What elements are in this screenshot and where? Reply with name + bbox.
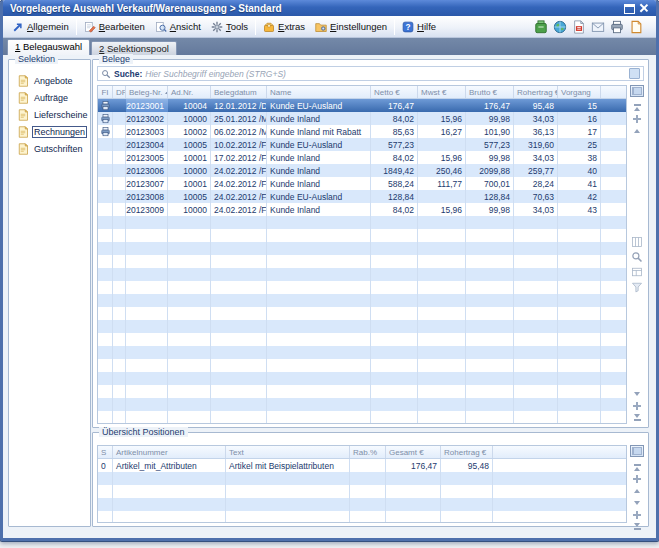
cell-rohertrag[interactable]: 36,13	[514, 125, 558, 138]
nav-last-button[interactable]	[634, 521, 641, 533]
cell-ad-nr[interactable]: 10004	[168, 99, 211, 112]
printer-icon[interactable]	[609, 19, 625, 34]
cell-rohertrag[interactable]: 28,24	[514, 177, 558, 190]
column-header-vorgang[interactable]: Vorgang	[558, 86, 601, 98]
cell-rohertrag[interactable]: 34,03	[514, 112, 558, 125]
table-row[interactable]: 20123007 10001 24.02.2012 /Fr Kunde Inla…	[98, 177, 626, 190]
card-view-icon[interactable]	[631, 264, 643, 276]
column-header-rohertrag[interactable]: Rohertrag €	[441, 446, 493, 458]
cell-ad-nr[interactable]: 10002	[168, 125, 211, 138]
cell-belegdatum[interactable]: 12.01.2012 /Do	[211, 99, 267, 112]
cell-rab[interactable]	[350, 459, 386, 472]
restore-window-button[interactable]	[624, 4, 635, 14]
cell-vorgang[interactable]: 38	[558, 151, 601, 164]
cell-text[interactable]: Artikel mit Beispielattributen	[226, 459, 350, 472]
cell-belegdatum[interactable]: 24.02.2012 /Fr	[211, 164, 267, 177]
pdf-export-icon[interactable]	[571, 19, 587, 34]
cell-belegdatum[interactable]: 17.02.2012 /Fr	[211, 151, 267, 164]
close-window-button[interactable]	[637, 2, 651, 14]
email-icon[interactable]	[590, 19, 606, 34]
cell-rohertrag[interactable]: 70,63	[514, 190, 558, 203]
cell-vorgang[interactable]: 42	[558, 190, 601, 203]
cell-belegdatum[interactable]: 06.02.2012 /Mo	[211, 125, 267, 138]
column-header-fi[interactable]: FI	[98, 86, 113, 98]
cell-name[interactable]: Kunde Inland	[267, 177, 371, 190]
cell-brutto[interactable]: 99,98	[466, 151, 514, 164]
column-header-artikelnummer[interactable]: Artikelnummer	[113, 446, 226, 458]
columns-icon[interactable]	[631, 234, 643, 246]
column-header-rohertrag[interactable]: Rohertrag €	[514, 86, 558, 98]
cell-name[interactable]: Kunde EU-Ausland	[267, 138, 371, 151]
cell-ad-nr[interactable]: 10000	[168, 203, 211, 216]
menu-item-ansicht[interactable]: Ansicht	[150, 19, 206, 35]
cell-beleg-nr[interactable]: 20123003	[126, 125, 168, 138]
table-row[interactable]: 20123002 10000 25.01.2012 /Mi Kunde Inla…	[98, 112, 626, 125]
sidebar-item-lieferscheine[interactable]: Lieferscheine	[9, 106, 90, 123]
cell-gesamt[interactable]: 176,47	[386, 459, 441, 472]
cell-brutto[interactable]: 700,01	[466, 177, 514, 190]
nav-first-button[interactable]	[634, 101, 641, 113]
cell-beleg-nr[interactable]: 20123007	[126, 177, 168, 190]
new-document-icon[interactable]	[628, 19, 644, 34]
menu-item-einstellungen[interactable]: Einstellungen	[310, 19, 392, 35]
nav-prev-button[interactable]	[634, 125, 640, 137]
cell-beleg-nr[interactable]: 20123006	[126, 164, 168, 177]
cell-rohertrag[interactable]: 259,77	[514, 164, 558, 177]
cell-name[interactable]: Kunde Inland	[267, 203, 371, 216]
cell-brutto[interactable]: 577,23	[466, 138, 514, 151]
nav-first-button[interactable]	[634, 461, 641, 473]
cell-beleg-nr[interactable]: 20123008	[126, 190, 168, 203]
cell-netto[interactable]: 84,02	[371, 151, 418, 164]
filter-icon[interactable]	[631, 279, 643, 291]
table-row[interactable]: 20123005 10001 17.02.2012 /Fr Kunde Inla…	[98, 151, 626, 164]
table-row[interactable]: 0 Artikel_mit_Attributen Artikel mit Bei…	[98, 459, 626, 472]
cell-name[interactable]: Kunde EU-Ausland	[267, 99, 371, 112]
cell-netto[interactable]: 176,47	[371, 99, 418, 112]
magnifier-icon[interactable]	[631, 249, 643, 261]
cell-vorgang[interactable]: 43	[558, 203, 601, 216]
cell-netto[interactable]: 588,24	[371, 177, 418, 190]
cell-mwst[interactable]	[418, 138, 466, 151]
cell-brutto[interactable]: 176,47	[466, 99, 514, 112]
cell-brutto[interactable]: 128,84	[466, 190, 514, 203]
column-header-beleg-nr[interactable]: Beleg-Nr.	[126, 86, 168, 98]
menu-item-bearbeiten[interactable]: Bearbeiten	[79, 19, 150, 35]
nav-next-button[interactable]	[634, 388, 640, 400]
column-header-name[interactable]: Name	[267, 86, 371, 98]
cell-name[interactable]: Kunde Inland mit Rabatt	[267, 125, 371, 138]
search-input[interactable]	[145, 68, 626, 80]
cell-netto[interactable]: 577,23	[371, 138, 418, 151]
column-header-ad-nr[interactable]: Ad.Nr.	[168, 86, 211, 98]
column-header-belegdatum[interactable]: Belegdatum	[211, 86, 267, 98]
cell-mwst[interactable]: 16,27	[418, 125, 466, 138]
menu-item-allgemein[interactable]: Allgemein	[7, 19, 74, 35]
cell-artikelnummer[interactable]: Artikel_mit_Attributen	[113, 459, 226, 472]
column-header-s[interactable]: S	[98, 446, 113, 458]
sidebar-item-rechnungen[interactable]: Rechnungen	[9, 123, 90, 140]
column-header-dr[interactable]: DR	[113, 86, 126, 98]
column-header-brutto[interactable]: Brutto €	[466, 86, 514, 98]
cell-rohertrag[interactable]: 34,03	[514, 151, 558, 164]
table-row[interactable]: 20123004 10005 10.02.2012 /Fr Kunde EU-A…	[98, 138, 626, 151]
cell-brutto[interactable]: 101,90	[466, 125, 514, 138]
cell-beleg-nr[interactable]: 20123005	[126, 151, 168, 164]
cell-mwst[interactable]: 15,96	[418, 151, 466, 164]
tab-belegauswahl[interactable]: 1 Belegauswahl	[7, 39, 90, 55]
cell-ad-nr[interactable]: 10005	[168, 138, 211, 151]
tab-selektionspool[interactable]: 2 Selektionspool	[91, 41, 177, 55]
column-header-mwst[interactable]: Mwst €	[418, 86, 466, 98]
menu-item-tools[interactable]: Tools	[206, 19, 253, 35]
cell-ad-nr[interactable]: 10005	[168, 190, 211, 203]
cell-ad-nr[interactable]: 10000	[168, 164, 211, 177]
cell-brutto[interactable]: 99,98	[466, 112, 514, 125]
nav-plus-down-button[interactable]	[633, 509, 641, 521]
globe-icon[interactable]	[552, 19, 568, 34]
cell-rohertrag[interactable]: 95,48	[441, 459, 493, 472]
cell-vorgang[interactable]: 41	[558, 177, 601, 190]
cell-vorgang[interactable]: 15	[558, 99, 601, 112]
cell-s[interactable]: 0	[98, 459, 113, 472]
nav-plus-up-button[interactable]	[633, 113, 641, 125]
nav-prev-button[interactable]	[634, 485, 640, 497]
sidebar-item-auftraege[interactable]: Aufträge	[9, 89, 90, 106]
cell-rohertrag[interactable]: 319,60	[514, 138, 558, 151]
